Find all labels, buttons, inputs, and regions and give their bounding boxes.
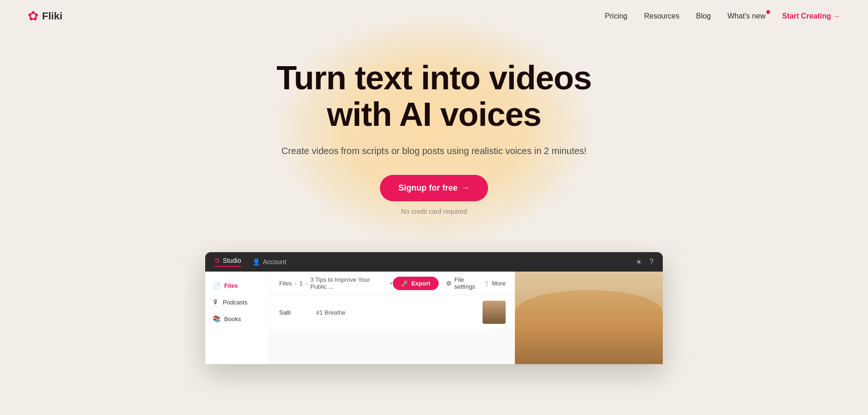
toolbar-actions: 🚀 Export ⚙ File settings ⋮ More <box>393 276 506 290</box>
person-silhouette <box>515 290 663 364</box>
start-creating-arrow: → <box>833 12 840 20</box>
logo-text: Fliki <box>42 10 62 22</box>
podcasts-icon: 🎙 <box>213 298 219 306</box>
file-settings-label: File settings <box>454 276 477 290</box>
app-right-panel <box>515 272 663 364</box>
app-preview: ✿ Studio 👤 Account ☀ ? 📄 Files 🎙 Podcast… <box>205 252 663 364</box>
app-sidebar: 📄 Files 🎙 Podcasts 📚 Books <box>205 272 270 364</box>
logo-area[interactable]: ✿ Fliki <box>28 8 62 24</box>
signup-label: Signup for free <box>398 183 458 193</box>
sidebar-item-files[interactable]: 📄 Files <box>205 277 269 294</box>
file-settings-button[interactable]: ⚙ File settings <box>446 276 477 290</box>
files-icon: 📄 <box>213 282 220 289</box>
breadcrumb-file-name[interactable]: 3 Tips to Improve Your Public ... <box>310 276 385 290</box>
row-thumbnail <box>483 301 506 324</box>
sidebar-item-books[interactable]: 📚 Books <box>205 310 269 327</box>
app-main: Files › 1 › 3 Tips to Improve Your Publi… <box>270 272 515 364</box>
account-icon: 👤 <box>252 258 260 266</box>
more-dots-icon: ⋮ <box>484 280 490 287</box>
hero-title-line1: Turn text into videos <box>276 59 592 96</box>
titlebar-right: ☀ ? <box>636 258 654 266</box>
thumb-figure <box>483 301 506 324</box>
app-body: 📄 Files 🎙 Podcasts 📚 Books Files › 1 › <box>205 272 663 364</box>
hero-section: Turn text into videos with AI voices Cre… <box>0 32 868 234</box>
header: ✿ Fliki Pricing Resources Blog What's ne… <box>0 0 868 32</box>
signup-arrow: → <box>461 183 470 193</box>
more-button[interactable]: ⋮ More <box>484 280 506 287</box>
account-tab[interactable]: 👤 Account <box>252 258 287 266</box>
hero-title: Turn text into videos with AI voices <box>9 60 859 133</box>
breadcrumb-sep1: › <box>294 280 296 287</box>
app-titlebar: ✿ Studio 👤 Account ☀ ? <box>205 252 663 272</box>
studio-tab[interactable]: ✿ Studio <box>214 257 241 267</box>
studio-icon: ✿ <box>214 257 220 264</box>
hero-title-line2: with AI voices <box>327 96 541 133</box>
export-rocket-icon: 🚀 <box>401 280 409 287</box>
nav-pricing[interactable]: Pricing <box>605 12 628 20</box>
breadcrumb: Files › 1 › 3 Tips to Improve Your Publi… <box>279 276 393 290</box>
breadcrumb-1[interactable]: 1 <box>300 280 303 287</box>
settings-gear-icon: ⚙ <box>446 280 452 287</box>
breadcrumb-sep2: › <box>306 280 307 287</box>
help-icon[interactable]: ? <box>649 258 654 266</box>
account-tab-label: Account <box>263 258 287 266</box>
sidebar-item-podcasts[interactable]: 🎙 Podcasts <box>205 294 269 310</box>
fliki-logo-icon: ✿ <box>28 8 38 24</box>
row-speaker-name: Salli <box>279 309 316 316</box>
breadcrumb-files[interactable]: Files <box>279 280 292 287</box>
nav-resources[interactable]: Resources <box>644 12 679 20</box>
signup-button[interactable]: Signup for free → <box>380 175 488 201</box>
app-table: Salli #1 Breathe <box>270 295 515 330</box>
row-title: #1 Breathe <box>316 309 483 316</box>
nav-whats-new-container: What's new <box>727 12 765 20</box>
export-label: Export <box>411 280 430 287</box>
nav-blog[interactable]: Blog <box>696 12 711 20</box>
sidebar-item-files-label: Files <box>224 282 238 289</box>
sidebar-item-podcasts-label: Podcasts <box>223 299 247 306</box>
nav-whats-new[interactable]: What's new <box>727 12 765 20</box>
breadcrumb-dropdown-icon[interactable]: ▾ <box>390 280 393 287</box>
hero-content: Turn text into videos with AI voices Cre… <box>9 60 859 215</box>
main-nav: Pricing Resources Blog What's new Start … <box>605 12 840 20</box>
more-label: More <box>492 280 506 287</box>
app-toolbar: Files › 1 › 3 Tips to Improve Your Publi… <box>270 272 515 295</box>
right-panel-figure <box>515 272 663 364</box>
sidebar-item-books-label: Books <box>224 316 241 322</box>
table-row[interactable]: Salli #1 Breathe <box>270 295 515 330</box>
no-credit-text: No credit card required <box>9 208 859 215</box>
brightness-icon[interactable]: ☀ <box>636 258 642 266</box>
books-icon: 📚 <box>213 315 220 322</box>
studio-tab-label: Studio <box>223 257 241 264</box>
export-button[interactable]: 🚀 Export <box>393 277 439 290</box>
whats-new-dot <box>766 10 770 14</box>
titlebar-left: ✿ Studio 👤 Account <box>214 257 286 267</box>
start-creating-button[interactable]: Start Creating → <box>782 12 840 20</box>
hero-subtitle: Create videos from scripts or blog posts… <box>9 146 859 156</box>
start-creating-label: Start Creating <box>782 12 831 20</box>
